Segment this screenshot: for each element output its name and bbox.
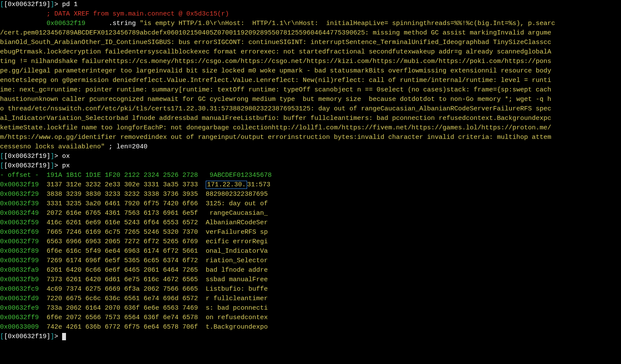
disasm-string-wrap: m/https://www.op.gg/identifier removedin… [0, 134, 551, 141]
disasm-opcode: .string [109, 20, 140, 27]
cursor[interactable] [62, 333, 66, 340]
prompt-address: [0x00632f19] [4, 333, 50, 340]
hex-row-bytes: 6563 6966 6963 2065 7272 6f72 5265 6769 [39, 238, 206, 245]
hex-row-addr: 0x00632fb9 [0, 276, 39, 283]
hex-row-ascii: verFailureRFS sp [206, 229, 268, 236]
terminal-line: 0x00632f69 7665 7246 6169 6c75 7265 5246… [0, 228, 621, 237]
prompt-bracket: [ [0, 153, 4, 160]
terminal-line: 0x00632f19 3137 312e 3232 2e33 302e 3331… [0, 180, 621, 190]
hex-row-bytes: 3838 3239 3830 3233 3232 3338 3736 3935 [39, 191, 206, 198]
terminal-line: 0x00632f49 2072 616e 6765 4361 7563 6173… [0, 209, 621, 218]
terminal-line: bianOld_South_ArabianOther_ID_ContinueSI… [0, 38, 621, 47]
prompt-address: [0x00632f19] [4, 1, 50, 8]
terminal-output: [[0x00632f19]]> pd 1 ; DATA XREF from sy… [0, 0, 621, 342]
hex-row-ascii: onal_IndicatorVa [206, 248, 268, 255]
hex-row-addr: 0x00632fa9 [0, 267, 39, 274]
terminal-line: 0x00632fa9 6261 6420 6c66 6e6f 6465 2061… [0, 266, 621, 275]
hex-row-bytes: 733a 2062 6164 2070 636f 6e6e 6563 7469 [39, 304, 206, 312]
hex-row-ascii: bad lfnode addre [206, 267, 268, 274]
terminal-line: 0x00633009 742e 4261 636b 6772 6f75 6e64… [0, 323, 621, 332]
hex-row-addr: 0x00632f69 [0, 229, 39, 236]
disasm-string-wrap: pe.gg/illegal parameterinteger too large… [0, 67, 551, 75]
hex-row-addr: 0x00633009 [0, 323, 39, 331]
prompt-bracket: [ [0, 1, 4, 8]
terminal-line: 0x00632f39 3331 3235 3a20 6461 7920 6f75… [0, 199, 621, 209]
prompt-sep: > [54, 153, 62, 160]
cmd-ox[interactable]: ox [62, 153, 70, 160]
hex-row-ascii: on refusedcontex [206, 314, 268, 321]
disasm-string-wrap: o thread/etc/nsswitch.conf/etc/pki/tls/c… [0, 105, 551, 113]
disasm-length: ; len=2040 [109, 143, 147, 151]
hex-row-addr: 0x00632f59 [0, 219, 39, 226]
hex-header-cols: 191A 1B1C 1D1E 1F20 2122 2324 2526 2728 [39, 172, 198, 179]
disasm-string-wrap: bianOld_South_ArabianOther_ID_ContinueSI… [0, 39, 551, 46]
terminal-line: pe.gg/illegal parameterinteger too large… [0, 66, 621, 76]
cmd-px[interactable]: px [62, 162, 70, 169]
hex-header-ascii: 345678 [248, 172, 272, 179]
disasm-string-wrap: ime: next_gc=runtime: pointer runtime: s… [0, 86, 551, 94]
terminal-line: 0x00632f79 6563 6966 6963 2065 7272 6f72… [0, 237, 621, 247]
terminal-line: al_IndicatorVariation_Selectorbad lfnode… [0, 114, 621, 123]
prompt-bracket: [ [0, 333, 4, 340]
hex-row-addr: 0x00632ff9 [0, 314, 39, 321]
highlight-ip: 171.22.30. [206, 181, 247, 189]
terminal-line: 0x00632fe9 733a 2062 6164 2070 636f 6e6e… [0, 304, 621, 313]
hex-row-bytes: 6f6e 616c 5f49 6e64 6963 6174 6f72 5661 [39, 248, 206, 255]
terminal-line: /cert.pem0123456789ABCDEFX0123456789abcd… [0, 28, 621, 38]
terminal-line: 0x00632f89 6f6e 616c 5f49 6e64 6963 6174… [0, 247, 621, 256]
terminal-line: 0x00632fc9 4c69 7374 6275 6669 6f3a 2062… [0, 285, 621, 294]
hex-row-addr: 0x00632fe9 [0, 304, 39, 312]
disasm-string-wrap: ketimeState.lockfile name too longforEac… [0, 124, 551, 132]
hex-row-addr: 0x00632f29 [0, 191, 39, 198]
hex-row-ascii: riation_Selector [206, 257, 268, 264]
terminal-line: ime: next_gc=runtime: pointer runtime: s… [0, 85, 621, 95]
hex-row-addr: 0x00632f39 [0, 200, 39, 207]
prompt-bracket-close: ] [50, 1, 54, 8]
hex-row-bytes: 6f6e 2072 6566 7573 6564 636f 6e74 6578 [39, 314, 206, 321]
terminal-line: 0x00632f59 416c 6261 6e69 616e 5243 6f64… [0, 218, 621, 228]
cmd-pd[interactable]: pd 1 [62, 1, 78, 8]
hex-row-addr: 0x00632f49 [0, 210, 39, 217]
hex-row-addr: 0x00632f19 [0, 181, 39, 188]
xref-comment: ; DATA XREF from sym.main.connect @ 0x5d… [0, 10, 229, 18]
hex-row-ascii: rangeCaucasian_ [206, 210, 268, 217]
disasm-string-wrap: al_IndicatorVariation_Selectorbad lfnode… [0, 115, 551, 122]
hex-row-ascii: t.Backgroundexpo [206, 323, 268, 331]
hex-row-bytes: 7373 6261 6420 6d61 6e75 616c 4672 6565 [39, 276, 206, 283]
terminal-line: m/https://www.op.gg/identifier removedin… [0, 133, 621, 142]
hex-row-ascii: ecific errorRegi [206, 238, 268, 245]
terminal-line: [[0x00632f19]]> [0, 332, 621, 342]
hex-header-ascii: 9ABCDEF012 [198, 172, 248, 179]
disasm-address: 0x00632f19 [47, 20, 85, 27]
hex-row-bytes: 3331 3235 3a20 6461 7920 6f75 7420 6f66 [39, 200, 206, 207]
hex-row-addr: 0x00632f79 [0, 238, 39, 245]
terminal-line: ; DATA XREF from sym.main.connect @ 0x5d… [0, 9, 621, 19]
disasm-string-wrap: ebugPtrmask.lockdecryption failedentersy… [0, 48, 551, 56]
terminal-line: [[0x00632f19]]> pd 1 [0, 0, 621, 9]
hex-row-ascii: ssbad manualFree [206, 276, 268, 283]
hex-row-ascii: 8829802322387695 [206, 191, 268, 198]
prompt-sep: > [54, 162, 62, 169]
disasm-string-wrap: enotetsleepg on g0permission deniedrefle… [0, 77, 551, 84]
terminal-line: o thread/etc/nsswitch.conf/etc/pki/tls/c… [0, 104, 621, 114]
terminal-line: [[0x00632f19]]> px [0, 161, 621, 171]
terminal-line: 0x00632f99 7269 6174 696f 6e5f 5365 6c65… [0, 256, 621, 266]
prompt-bracket-close: ] [50, 333, 54, 340]
terminal-line: 0x00632ff9 6f6e 2072 6566 7573 6564 636f… [0, 313, 621, 323]
hex-row-bytes: 6261 6420 6c66 6e6f 6465 2061 6464 7265 [39, 267, 206, 274]
hex-row-ascii: AlbanianRCodeSer [206, 219, 268, 226]
hex-row-bytes: 7220 6675 6c6c 636c 6561 6e74 696d 6572 [39, 295, 206, 302]
disasm-string-wrap: haustionunknown caller pcunrecognized na… [0, 96, 551, 103]
terminal-line: 0x00632f29 3838 3239 3830 3233 3232 3338… [0, 190, 621, 199]
prompt-address: [0x00632f19] [4, 162, 50, 169]
prompt-sep: > [54, 1, 62, 8]
hex-row-addr: 0x00632f89 [0, 248, 39, 255]
prompt-sep: > [54, 333, 62, 340]
hex-row-ascii: s: bad pconnecti [206, 304, 268, 312]
hex-row-ascii: Listbufio: buffe [206, 286, 268, 293]
prompt-address: [0x00632f19] [4, 153, 50, 160]
terminal-line: 0x00632fb9 7373 6261 6420 6d61 6e75 616c… [0, 275, 621, 285]
hex-row-bytes: 7665 7246 6169 6c75 7265 5246 5320 7370 [39, 229, 206, 236]
prompt-bracket: [ [0, 162, 4, 169]
hex-row-bytes: 7269 6174 696f 6e5f 5365 6c65 6374 6f72 [39, 257, 206, 264]
